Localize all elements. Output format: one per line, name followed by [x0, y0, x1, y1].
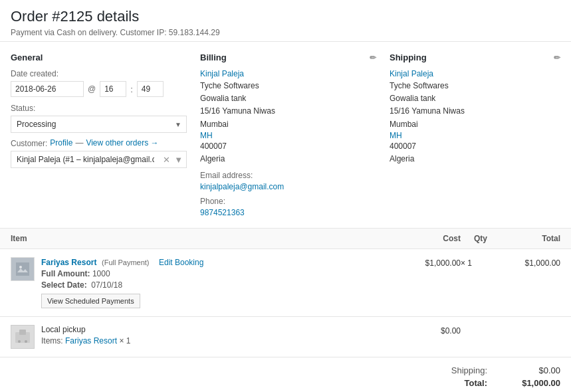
shipping-method-row: Local pickup Items: Fariyas Resort × 1 $…	[0, 317, 571, 357]
svg-point-5	[25, 340, 27, 343]
qty-display: × 1	[461, 258, 501, 268]
col-qty-header: Qty	[461, 234, 501, 243]
email-label: Email address:	[200, 171, 376, 180]
shipping-method-name: Local pickup	[41, 325, 130, 334]
billing-address1: Gowalia tank	[200, 92, 376, 105]
shipping-items-info: Items: Fariyas Resort × 1	[41, 336, 130, 345]
status-select-wrapper: Pending payment Processing On hold Compl…	[11, 116, 187, 133]
em-dash: —	[75, 138, 83, 148]
local-pickup-icon	[15, 330, 30, 344]
grand-total-row: Total: $1,000.00	[407, 378, 560, 388]
svg-rect-0	[16, 262, 29, 276]
svg-point-4	[18, 340, 21, 343]
shipping-method-thumb	[11, 325, 35, 349]
customer-label: Customer:	[11, 138, 47, 148]
time-separator: :	[130, 84, 133, 94]
billing-postcode: 400007	[200, 140, 376, 153]
customer-input[interactable]	[11, 151, 187, 168]
billing-company: Tyche Softwares	[200, 80, 376, 92]
shipping-total-label: Shipping:	[407, 365, 487, 375]
row-cost-cell: $1,000.00	[401, 257, 461, 268]
item-thumbnail	[11, 257, 35, 281]
shipping-total-row: Shipping: $0.00	[407, 365, 560, 375]
clear-customer-icon[interactable]: ✕	[163, 155, 170, 165]
shipping-items-link[interactable]: Fariyas Resort	[65, 336, 117, 345]
billing-phone[interactable]: 9874521363	[200, 208, 245, 217]
time-hour-input[interactable]	[100, 81, 126, 97]
shipping-heading: Shipping ✏	[390, 52, 560, 62]
shipping-method-cost: $0.00	[401, 325, 461, 336]
view-other-orders-link[interactable]: View other orders →	[86, 138, 158, 148]
customer-select-arrow-icon[interactable]: ▼	[174, 155, 183, 165]
billing-city: Mumbai	[200, 118, 376, 131]
table-header: Item Cost Qty Total	[0, 229, 571, 249]
shipping-country: Algeria	[390, 153, 560, 165]
shipping-method-details: Local pickup Items: Fariyas Resort × 1	[41, 325, 130, 345]
svg-rect-3	[19, 330, 26, 335]
totals-section: Shipping: $0.00 Total: $1,000.00	[0, 357, 571, 392]
shipping-company: Tyche Softwares	[390, 80, 560, 92]
at-symbol: @	[88, 84, 96, 94]
general-heading: General	[11, 52, 187, 62]
col-item-header: Item	[11, 234, 401, 243]
grand-total-label: Total:	[407, 378, 487, 388]
profile-link[interactable]: Profile	[50, 138, 72, 148]
shipping-items-qty: × 1	[119, 336, 130, 345]
item-thumb-icon	[16, 262, 29, 276]
shipping-address1: Gowalia tank	[390, 92, 560, 105]
page-title: Order #2125 details	[11, 8, 560, 25]
columns-wrapper: General Date created: @ : Status: Pendin…	[0, 42, 571, 228]
billing-country: Algeria	[200, 153, 376, 165]
status-label: Status:	[11, 104, 187, 113]
customer-select-icons: ✕ ▼	[163, 155, 183, 165]
billing-edit-icon[interactable]: ✏	[370, 53, 376, 62]
status-select[interactable]: Pending payment Processing On hold Compl…	[11, 116, 187, 133]
row-qty-cell: × 1	[461, 257, 501, 268]
table-row: Fariyas Resort (Full Payment) Edit Booki…	[0, 249, 571, 317]
item-name-link[interactable]: Fariyas Resort	[41, 258, 96, 267]
row-total-cell: $1,000.00	[501, 257, 560, 268]
shipping-name: Kinjal Paleja	[390, 69, 560, 78]
shipping-state: MH	[390, 131, 560, 140]
edit-booking-link[interactable]: Edit Booking	[159, 258, 203, 267]
billing-column: Billing ✏ Kinjal Paleja Tyche Softwares …	[200, 52, 390, 217]
col-cost-header: Cost	[401, 234, 461, 243]
row-item-cell: Fariyas Resort (Full Payment) Edit Booki…	[11, 257, 401, 308]
customer-select-wrapper: ✕ ▼	[11, 151, 187, 168]
date-row: @ :	[11, 81, 187, 97]
date-input[interactable]	[11, 81, 84, 97]
shipping-city: Mumbai	[390, 118, 560, 131]
page-subtitle: Payment via Cash on delivery. Customer I…	[11, 28, 560, 37]
shipping-address2: 15/16 Yamuna Niwas	[390, 105, 560, 118]
item-meta-amount: Full Amount: 1000	[41, 269, 209, 278]
billing-name: Kinjal Paleja	[200, 69, 376, 78]
billing-heading: Billing ✏	[200, 52, 376, 62]
item-tag: (Full Payment)	[102, 258, 150, 266]
shipping-total-value: $0.00	[501, 365, 560, 375]
svg-point-1	[19, 266, 22, 268]
grand-total-value: $1,000.00	[501, 378, 560, 388]
billing-address2: 15/16 Yamuna Niwas	[200, 105, 376, 118]
select-date-label: Select Date:	[41, 280, 87, 290]
billing-email[interactable]: kinjalpaleja@gmail.com	[200, 182, 284, 191]
item-name-row: Fariyas Resort (Full Payment) Edit Booki…	[41, 257, 209, 267]
shipping-column: Shipping ✏ Kinjal Paleja Tyche Softwares…	[390, 52, 560, 217]
item-details: Fariyas Resort (Full Payment) Edit Booki…	[41, 257, 209, 308]
row-item-inner: Fariyas Resort (Full Payment) Edit Booki…	[11, 257, 401, 308]
general-column: General Date created: @ : Status: Pendin…	[11, 52, 200, 217]
view-scheduled-payments-button[interactable]: View Scheduled Payments	[41, 294, 140, 308]
date-label: Date created:	[11, 69, 187, 78]
full-amount-label: Full Amount:	[41, 269, 90, 278]
item-meta-date: Select Date: 07/10/18	[41, 280, 209, 290]
time-minute-input[interactable]	[137, 81, 164, 97]
page-header: Order #2125 details Payment via Cash on …	[0, 0, 571, 41]
shipping-items-label: Items:	[41, 336, 65, 345]
order-table-section: Item Cost Qty Total	[0, 228, 571, 392]
shipping-postcode: 400007	[390, 140, 560, 153]
shipping-edit-icon[interactable]: ✏	[554, 53, 560, 62]
billing-state: MH	[200, 131, 376, 140]
col-total-header: Total	[501, 234, 560, 243]
customer-links: Customer: Profile — View other orders →	[11, 138, 187, 148]
shipping-method-item: Local pickup Items: Fariyas Resort × 1	[11, 325, 401, 349]
phone-label: Phone:	[200, 197, 376, 206]
